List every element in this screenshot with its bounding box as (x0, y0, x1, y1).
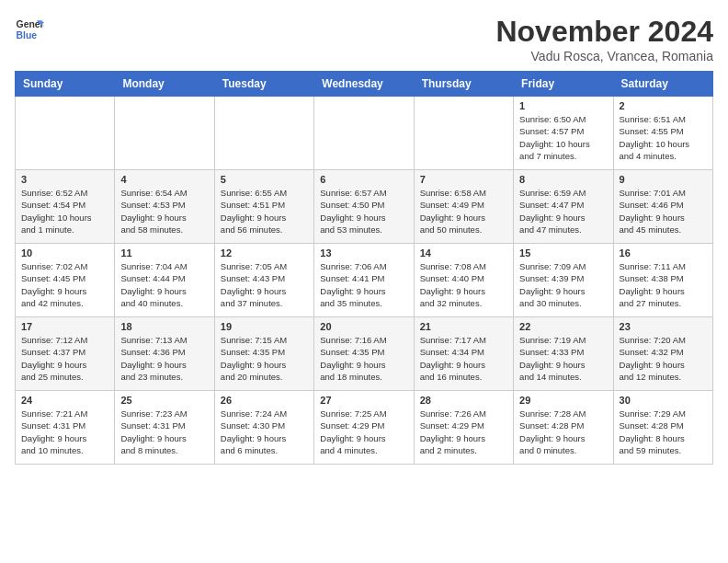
day-info: Sunrise: 7:08 AM Sunset: 4:40 PM Dayligh… (420, 260, 507, 309)
day-number: 10 (21, 247, 108, 259)
title-block: November 2024 Vadu Rosca, Vrancea, Roman… (495, 15, 713, 63)
location: Vadu Rosca, Vrancea, Romania (495, 49, 713, 63)
day-info: Sunrise: 6:55 AM Sunset: 4:51 PM Dayligh… (221, 187, 308, 236)
day-number: 13 (320, 247, 407, 259)
logo-icon: General Blue (15, 15, 44, 44)
calendar-cell: 26Sunrise: 7:24 AM Sunset: 4:30 PM Dayli… (214, 391, 313, 465)
day-info: Sunrise: 7:16 AM Sunset: 4:35 PM Dayligh… (320, 334, 407, 383)
day-info: Sunrise: 7:25 AM Sunset: 4:29 PM Dayligh… (320, 408, 407, 456)
day-number: 12 (221, 247, 308, 259)
day-number: 20 (320, 321, 407, 332)
day-info: Sunrise: 6:51 AM Sunset: 4:55 PM Dayligh… (620, 113, 707, 162)
day-info: Sunrise: 7:28 AM Sunset: 4:28 PM Dayligh… (519, 408, 607, 456)
day-info: Sunrise: 7:20 AM Sunset: 4:32 PM Dayligh… (620, 334, 707, 383)
day-number: 24 (21, 395, 108, 406)
day-number: 30 (620, 395, 707, 406)
day-info: Sunrise: 7:21 AM Sunset: 4:31 PM Dayligh… (21, 408, 108, 456)
calendar-cell: 2Sunrise: 6:51 AM Sunset: 4:55 PM Daylig… (613, 97, 712, 170)
day-info: Sunrise: 7:23 AM Sunset: 4:31 PM Dayligh… (120, 408, 208, 456)
calendar-week-row: 3Sunrise: 6:52 AM Sunset: 4:54 PM Daylig… (16, 170, 713, 244)
calendar-cell: 28Sunrise: 7:26 AM Sunset: 4:29 PM Dayli… (414, 391, 513, 465)
calendar-week-row: 1Sunrise: 6:50 AM Sunset: 4:57 PM Daylig… (16, 97, 713, 170)
day-info: Sunrise: 7:17 AM Sunset: 4:34 PM Dayligh… (420, 334, 507, 383)
weekday-header-row: SundayMondayTuesdayWednesdayThursdayFrid… (16, 72, 713, 97)
calendar-cell: 7Sunrise: 6:58 AM Sunset: 4:49 PM Daylig… (414, 170, 513, 244)
calendar-cell: 6Sunrise: 6:57 AM Sunset: 4:50 PM Daylig… (314, 170, 414, 244)
day-info: Sunrise: 7:02 AM Sunset: 4:45 PM Dayligh… (21, 260, 108, 309)
day-number: 1 (519, 100, 607, 111)
day-number: 5 (221, 174, 308, 185)
calendar-cell: 18Sunrise: 7:13 AM Sunset: 4:36 PM Dayli… (115, 317, 214, 391)
weekday-header: Saturday (613, 72, 712, 97)
calendar-cell: 3Sunrise: 6:52 AM Sunset: 4:54 PM Daylig… (16, 170, 115, 244)
calendar-cell: 13Sunrise: 7:06 AM Sunset: 4:41 PM Dayli… (314, 244, 414, 317)
calendar-cell: 21Sunrise: 7:17 AM Sunset: 4:34 PM Dayli… (414, 317, 513, 391)
day-number: 8 (519, 174, 607, 185)
calendar-cell: 25Sunrise: 7:23 AM Sunset: 4:31 PM Dayli… (115, 391, 214, 465)
calendar-cell: 22Sunrise: 7:19 AM Sunset: 4:33 PM Dayli… (514, 317, 613, 391)
day-info: Sunrise: 6:50 AM Sunset: 4:57 PM Dayligh… (519, 113, 607, 162)
day-number: 3 (21, 174, 108, 185)
month-title: November 2024 (495, 15, 713, 49)
day-number: 2 (620, 100, 707, 111)
calendar-cell (115, 97, 214, 170)
day-info: Sunrise: 7:15 AM Sunset: 4:35 PM Dayligh… (221, 334, 308, 383)
calendar-cell: 4Sunrise: 6:54 AM Sunset: 4:53 PM Daylig… (115, 170, 214, 244)
day-number: 25 (120, 395, 208, 406)
calendar-cell: 12Sunrise: 7:05 AM Sunset: 4:43 PM Dayli… (214, 244, 313, 317)
weekday-header: Sunday (16, 72, 115, 97)
calendar-cell: 24Sunrise: 7:21 AM Sunset: 4:31 PM Dayli… (16, 391, 115, 465)
day-number: 17 (21, 321, 108, 332)
day-number: 16 (620, 247, 707, 259)
day-number: 11 (120, 247, 208, 259)
calendar-cell: 17Sunrise: 7:12 AM Sunset: 4:37 PM Dayli… (16, 317, 115, 391)
day-number: 18 (120, 321, 208, 332)
day-info: Sunrise: 7:24 AM Sunset: 4:30 PM Dayligh… (221, 408, 308, 456)
day-number: 19 (221, 321, 308, 332)
calendar-week-row: 17Sunrise: 7:12 AM Sunset: 4:37 PM Dayli… (16, 317, 713, 391)
day-info: Sunrise: 6:57 AM Sunset: 4:50 PM Dayligh… (320, 187, 407, 236)
day-number: 26 (221, 395, 308, 406)
day-number: 14 (420, 247, 507, 259)
day-info: Sunrise: 7:13 AM Sunset: 4:36 PM Dayligh… (120, 334, 208, 383)
day-info: Sunrise: 7:01 AM Sunset: 4:46 PM Dayligh… (620, 187, 707, 236)
calendar-cell: 23Sunrise: 7:20 AM Sunset: 4:32 PM Dayli… (613, 317, 712, 391)
calendar-cell: 5Sunrise: 6:55 AM Sunset: 4:51 PM Daylig… (214, 170, 313, 244)
day-number: 29 (519, 395, 607, 406)
day-number: 28 (420, 395, 507, 406)
calendar-cell: 1Sunrise: 6:50 AM Sunset: 4:57 PM Daylig… (514, 97, 613, 170)
day-info: Sunrise: 7:09 AM Sunset: 4:39 PM Dayligh… (519, 260, 607, 309)
day-info: Sunrise: 7:06 AM Sunset: 4:41 PM Dayligh… (320, 260, 407, 309)
calendar-cell: 30Sunrise: 7:29 AM Sunset: 4:28 PM Dayli… (613, 391, 712, 465)
calendar-cell: 14Sunrise: 7:08 AM Sunset: 4:40 PM Dayli… (414, 244, 513, 317)
day-info: Sunrise: 7:26 AM Sunset: 4:29 PM Dayligh… (420, 408, 507, 456)
calendar-cell: 11Sunrise: 7:04 AM Sunset: 4:44 PM Dayli… (115, 244, 214, 317)
day-number: 22 (519, 321, 607, 332)
calendar-cell: 16Sunrise: 7:11 AM Sunset: 4:38 PM Dayli… (613, 244, 712, 317)
calendar-cell: 9Sunrise: 7:01 AM Sunset: 4:46 PM Daylig… (613, 170, 712, 244)
weekday-header: Wednesday (314, 72, 414, 97)
weekday-header: Monday (115, 72, 214, 97)
calendar-cell: 19Sunrise: 7:15 AM Sunset: 4:35 PM Dayli… (214, 317, 313, 391)
day-number: 21 (420, 321, 507, 332)
day-info: Sunrise: 6:54 AM Sunset: 4:53 PM Dayligh… (120, 187, 208, 236)
day-number: 6 (320, 174, 407, 185)
calendar-cell: 8Sunrise: 6:59 AM Sunset: 4:47 PM Daylig… (514, 170, 613, 244)
weekday-header: Friday (514, 72, 613, 97)
day-info: Sunrise: 7:05 AM Sunset: 4:43 PM Dayligh… (221, 260, 308, 309)
calendar-table: SundayMondayTuesdayWednesdayThursdayFrid… (15, 71, 713, 465)
calendar-cell: 20Sunrise: 7:16 AM Sunset: 4:35 PM Dayli… (314, 317, 414, 391)
day-info: Sunrise: 7:04 AM Sunset: 4:44 PM Dayligh… (120, 260, 208, 309)
day-info: Sunrise: 6:52 AM Sunset: 4:54 PM Dayligh… (21, 187, 108, 236)
calendar-week-row: 10Sunrise: 7:02 AM Sunset: 4:45 PM Dayli… (16, 244, 713, 317)
day-info: Sunrise: 6:58 AM Sunset: 4:49 PM Dayligh… (420, 187, 507, 236)
weekday-header: Thursday (414, 72, 513, 97)
day-info: Sunrise: 7:12 AM Sunset: 4:37 PM Dayligh… (21, 334, 108, 383)
day-number: 4 (120, 174, 208, 185)
calendar-cell: 27Sunrise: 7:25 AM Sunset: 4:29 PM Dayli… (314, 391, 414, 465)
calendar-cell (214, 97, 313, 170)
calendar-week-row: 24Sunrise: 7:21 AM Sunset: 4:31 PM Dayli… (16, 391, 713, 465)
logo: General Blue (15, 15, 44, 44)
calendar-cell (16, 97, 115, 170)
day-info: Sunrise: 6:59 AM Sunset: 4:47 PM Dayligh… (519, 187, 607, 236)
